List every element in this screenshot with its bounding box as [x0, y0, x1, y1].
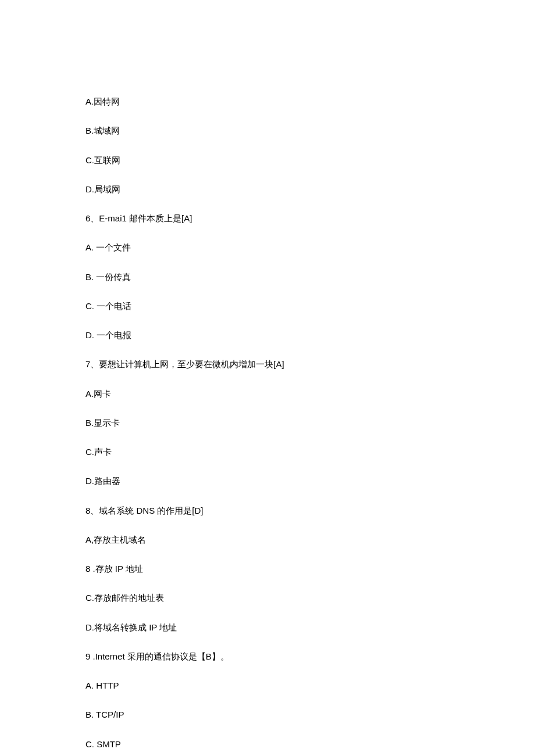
option-line: B.显示卡: [85, 417, 450, 429]
option-line: A,存放主机域名: [85, 534, 450, 546]
option-line: C. SMTP: [85, 739, 450, 750]
option-line: B. 一份传真: [85, 271, 450, 283]
option-line: B.城域网: [85, 125, 450, 137]
question-line: 9 .Internet 采用的通信协议是【B】。: [85, 651, 450, 662]
option-line: B. TCP/IP: [85, 709, 450, 721]
document-content: A.因特网 B.城域网 C.互联网 D.局域网 6、E-mai1 邮件本质上是[…: [85, 96, 450, 756]
question-line: 8、域名系统 DNS 的作用是[D]: [85, 505, 450, 517]
option-line: C. 一个电话: [85, 300, 450, 312]
option-line: D.局域网: [85, 184, 450, 195]
option-line: C.声卡: [85, 446, 450, 458]
option-line: 8 .存放 IP 地址: [85, 563, 450, 575]
option-line: D. 一个电报: [85, 329, 450, 341]
option-line: A. HTTP: [85, 680, 450, 691]
question-line: 6、E-mai1 邮件本质上是[A]: [85, 213, 450, 224]
option-line: C.存放邮件的地址表: [85, 592, 450, 604]
option-line: A.网卡: [85, 388, 450, 400]
option-line: A.因特网: [85, 96, 450, 108]
question-line: 7、要想让计算机上网，至少要在微机内增加一块[A]: [85, 359, 450, 370]
option-line: D.路由器: [85, 475, 450, 487]
option-line: C.互联网: [85, 155, 450, 166]
option-line: A. 一个文件: [85, 242, 450, 253]
option-line: D.将域名转换成 IP 地址: [85, 622, 450, 633]
